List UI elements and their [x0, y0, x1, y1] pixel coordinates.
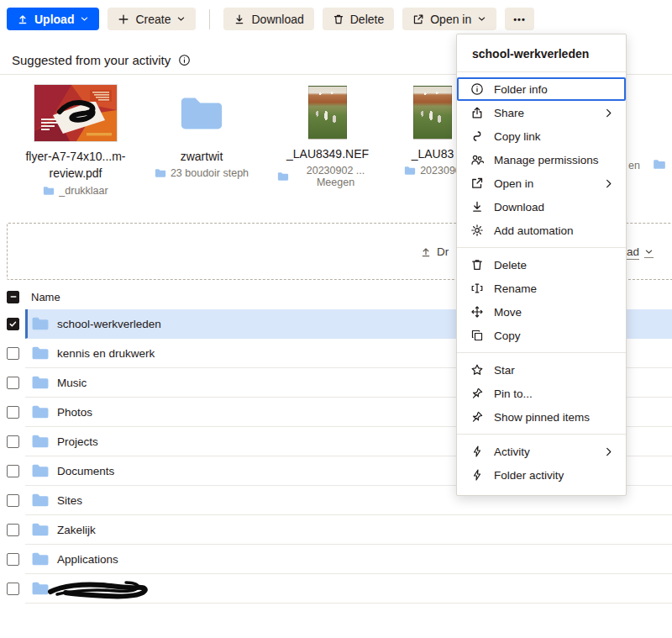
- file-name[interactable]: flyer-A7-74x10...m- review.pdf: [17, 148, 134, 182]
- folder-name-link[interactable]: school-werkverleden: [57, 318, 161, 330]
- row-click-target[interactable]: Zakelijk: [25, 515, 672, 545]
- folder-name-link[interactable]: kennis en drukwerk: [57, 347, 155, 360]
- folder-name-link[interactable]: Music: [57, 377, 87, 389]
- open-in-icon: [470, 177, 484, 190]
- folder-name-link[interactable]: Zakelijk: [57, 524, 96, 536]
- folder-name-link[interactable]: Applications: [57, 553, 118, 566]
- parent-folder-link[interactable]: 23 boudoir steph: [143, 167, 260, 179]
- file-name[interactable]: _LAU8349.NEF: [277, 145, 378, 162]
- menu-section: Delete Rename Move Copy: [457, 248, 626, 352]
- dropzone-text-left: Dr: [420, 245, 449, 258]
- people-icon: [470, 153, 484, 166]
- info-icon[interactable]: [178, 54, 191, 66]
- dropzone-upload-link[interactable]: ad: [627, 245, 654, 260]
- folder-thumbnail[interactable]: [177, 84, 226, 142]
- download-button[interactable]: Download: [223, 8, 313, 30]
- row-checkbox[interactable]: [7, 318, 19, 330]
- plus-icon: [118, 13, 129, 25]
- menu-item-delete[interactable]: Delete: [457, 253, 626, 277]
- menu-item-move[interactable]: Move: [457, 300, 626, 324]
- suggested-title-text: Suggested from your activity: [12, 53, 171, 67]
- select-all-checkbox[interactable]: [7, 291, 19, 303]
- menu-item-star[interactable]: Star: [457, 358, 626, 382]
- chevron-down-icon: [176, 14, 186, 24]
- chevron-right-icon: [605, 108, 612, 118]
- delete-button[interactable]: Delete: [323, 8, 394, 30]
- row-checkbox[interactable]: [7, 583, 19, 595]
- menu-item-add-automation[interactable]: Add automation: [457, 219, 626, 242]
- download-icon: [234, 13, 245, 25]
- menu-item-download[interactable]: Download: [457, 195, 626, 219]
- row-click-target[interactable]: [25, 574, 672, 604]
- menu-item-show-pinned-items[interactable]: Show pinned items: [457, 405, 626, 429]
- row-checkbox[interactable]: [7, 553, 19, 566]
- table-row: Zakelijk: [7, 515, 672, 545]
- folder-name-link[interactable]: Photos: [57, 406, 92, 419]
- suggested-card: zwartwit 23 boudoir steph: [143, 84, 260, 179]
- menu-item-folder-activity[interactable]: Folder activity: [457, 463, 626, 487]
- menu-item-pin-to[interactable]: Pin to...: [457, 382, 626, 405]
- upload-icon: [17, 13, 29, 25]
- menu-item-open-in[interactable]: Open in: [457, 171, 626, 195]
- name-column-header[interactable]: Name: [31, 291, 60, 303]
- folder-name-link[interactable]: Projects: [57, 435, 98, 448]
- folder-icon: [31, 316, 50, 331]
- parent-folder-link[interactable]: 20230902 ... Meegen: [277, 165, 378, 188]
- menu-section: Activity Folder activity: [457, 435, 626, 492]
- folder-icon: [277, 171, 289, 182]
- menu-item-share[interactable]: Share: [457, 101, 626, 124]
- download-icon: [470, 200, 484, 214]
- folder-icon: [31, 493, 50, 508]
- folder-icon: [31, 551, 50, 567]
- toolbar: Upload Create Download Delet: [7, 8, 534, 30]
- menu-item-rename[interactable]: Rename: [457, 277, 626, 300]
- pin-icon: [470, 410, 484, 424]
- open-in-button[interactable]: Open in: [402, 8, 496, 30]
- row-checkbox[interactable]: [7, 465, 19, 477]
- bolt-icon: [470, 445, 484, 458]
- star-icon: [470, 363, 484, 377]
- photo-thumbnail[interactable]: [308, 86, 347, 140]
- parent-folder-name: 23 boudoir steph: [171, 167, 249, 179]
- menu-item-folder-info[interactable]: Folder info: [457, 77, 626, 101]
- trash-icon: [333, 13, 344, 25]
- bolt-icon: [470, 468, 484, 482]
- folder-icon: [31, 345, 50, 361]
- folder-icon: [31, 522, 50, 537]
- share-icon: [470, 106, 484, 119]
- create-button[interactable]: Create: [108, 8, 196, 30]
- menu-item-copy[interactable]: Copy: [457, 324, 626, 347]
- more-actions-button[interactable]: •••: [505, 8, 534, 30]
- table-row: Applications: [7, 545, 672, 574]
- toolbar-divider: [209, 9, 210, 29]
- table-row: [7, 574, 672, 604]
- row-checkbox[interactable]: [7, 347, 19, 360]
- upload-label: Upload: [34, 13, 74, 26]
- chevron-down-icon: [80, 14, 89, 24]
- folder-name-link[interactable]: Documents: [57, 465, 114, 477]
- file-name[interactable]: zwartwit: [143, 148, 260, 165]
- folder-icon: [155, 168, 166, 178]
- pdf-thumbnail[interactable]: [34, 84, 118, 142]
- chevron-right-icon: [605, 179, 612, 188]
- folder-icon: [43, 186, 55, 196]
- folder-icon: [31, 375, 50, 390]
- folder-icon: [653, 159, 666, 170]
- row-checkbox[interactable]: [7, 377, 19, 389]
- redacted-name-scribble: [45, 579, 155, 599]
- menu-item-activity[interactable]: Activity: [457, 440, 626, 463]
- row-click-target[interactable]: Applications: [25, 545, 672, 574]
- row-checkbox[interactable]: [7, 406, 19, 419]
- parent-folder-link[interactable]: _drukklaar: [17, 185, 134, 197]
- upload-icon: [420, 246, 432, 258]
- photo-thumbnail[interactable]: [413, 86, 452, 140]
- row-checkbox[interactable]: [7, 494, 19, 507]
- chevron-down-icon: [644, 247, 654, 258]
- upload-button[interactable]: Upload: [7, 8, 99, 30]
- parent-folder-name: 2023090: [420, 165, 461, 177]
- folder-name-link[interactable]: Sites: [57, 494, 82, 507]
- row-checkbox[interactable]: [7, 524, 19, 536]
- row-checkbox[interactable]: [7, 435, 19, 448]
- menu-item-manage-permissions[interactable]: Manage permissions: [457, 148, 626, 171]
- menu-item-copy-link[interactable]: Copy link: [457, 124, 626, 148]
